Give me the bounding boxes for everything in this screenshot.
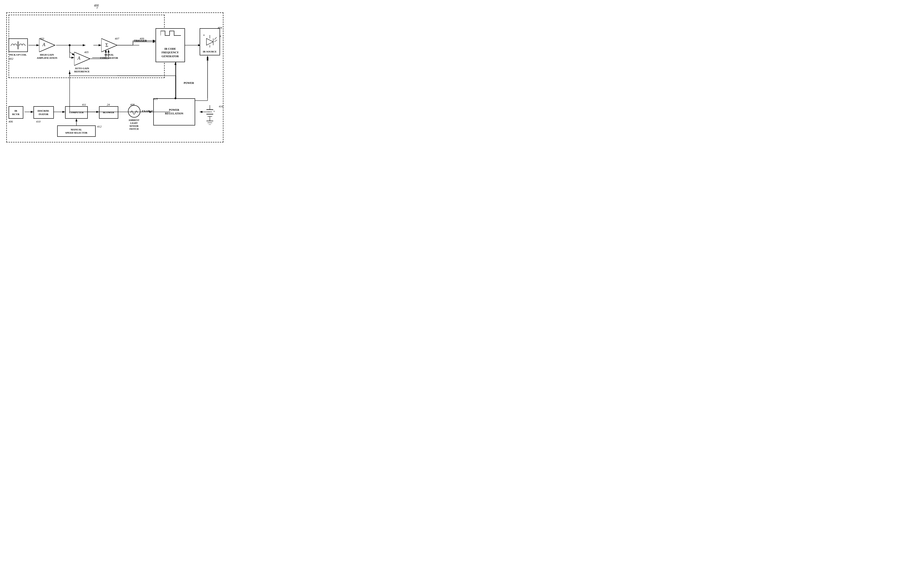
ambient-sensor-block [128, 105, 141, 118]
svg-text:A: A [77, 56, 81, 61]
label-403: 403 [40, 37, 44, 40]
label-405: 405 [84, 50, 89, 54]
diagram-container: 400 ↙ [4, 3, 226, 144]
label-407: 407 [115, 37, 120, 40]
label-408: 408 [130, 103, 135, 107]
label-411: 411 [82, 103, 86, 107]
high-gain-label: HIGH GAINAMPLIFICATION [37, 53, 57, 60]
label-406: 406 [9, 120, 13, 123]
power-regulation-block: POWERREGULATION [153, 99, 195, 126]
svg-text:A: A [42, 42, 45, 47]
pickup-coil-label: PICK-UP COIL [9, 53, 28, 56]
blower-label: BLOWER [103, 111, 114, 114]
ir-code-freq-gen-label: IR CODEFREQUENCYGENERATOR [156, 47, 184, 58]
auto-gain-amp: A [74, 52, 92, 66]
signal-comparator-label: SIGNALCOMPARATOR [99, 53, 120, 60]
label-409: 409 [140, 37, 144, 40]
computer-block: COMPUTER [65, 106, 88, 119]
arrow-400: ↙ [96, 6, 99, 9]
svg-marker-43 [207, 39, 213, 45]
label-412: 412 [97, 125, 102, 128]
power-label: POWER [184, 81, 194, 85]
label-402: 402 [9, 57, 14, 61]
discriminator-block: DISCRIM-INATOR [34, 106, 54, 119]
svg-marker-40 [101, 39, 117, 52]
ir-source-block: + IR SOURCE [200, 28, 220, 55]
label-404: 404 [218, 26, 222, 30]
pickup-coil-block [9, 39, 28, 52]
ir-code-freq-gen-block: IR CODEFREQUENCYGENERATOR [155, 28, 185, 62]
svg-line-46 [214, 40, 217, 42]
label-410: 410 [36, 120, 41, 123]
manual-speed-block: MANUALSPEED SELECTOR [57, 126, 95, 137]
discriminator-label: DISCRIM-INATOR [37, 109, 50, 116]
svg-text:+: + [203, 34, 205, 37]
label-416: 416 [219, 105, 223, 108]
svg-marker-36 [39, 39, 55, 52]
battery-block: + [201, 105, 219, 128]
ambient-sensor-label: AMBIENTLIGHTSENSORSWITCH [125, 119, 143, 131]
signal-comparator: Σ [101, 39, 120, 53]
high-gain-amp: A [39, 39, 57, 53]
ir-rcvr-block: IRRCVR [9, 106, 23, 119]
power-regulation-label: POWERREGULATION [165, 108, 183, 115]
computer-label: COMPUTER [69, 111, 83, 114]
label-415: 415 [153, 97, 158, 101]
svg-text:+: + [213, 110, 215, 113]
label-24: 24 [107, 103, 110, 107]
ir-rcvr-label: IRRCVR [12, 109, 19, 116]
svg-marker-38 [74, 52, 90, 66]
blower-block: BLOWER [99, 106, 118, 119]
ir-source-label: IR SOURCE [200, 50, 220, 53]
svg-line-45 [214, 37, 217, 40]
svg-text:Σ: Σ [105, 42, 108, 48]
enable-label: ENABLE [142, 110, 153, 113]
manual-speed-label: MANUALSPEED SELECTOR [65, 128, 87, 134]
auto-gain-label: AUTO GAINREFERENCE [72, 67, 92, 73]
